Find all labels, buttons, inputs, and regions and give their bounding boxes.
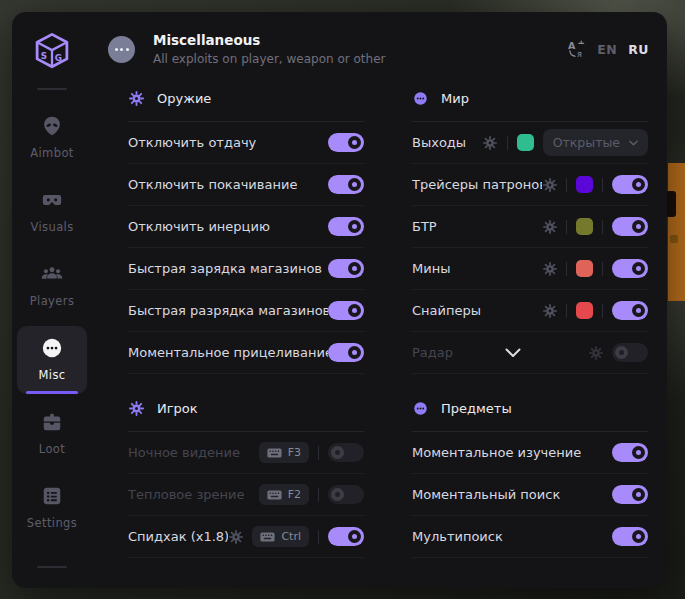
- left-column: ОружиеОтключить отдачуОтключить покачива…: [128, 70, 364, 558]
- section-title: Оружие: [157, 91, 211, 106]
- hotkey-label: Ctrl: [281, 530, 301, 543]
- color-swatch[interactable]: [576, 176, 593, 193]
- control-divider: [566, 304, 567, 318]
- toggle-switch-on[interactable]: [328, 527, 364, 546]
- section-header: Игрок: [128, 374, 364, 431]
- toggle-switch-off[interactable]: [612, 343, 648, 362]
- translate-icon[interactable]: A я: [567, 40, 586, 59]
- svg-text:G: G: [55, 53, 62, 63]
- feature-label: Моментальный поиск: [412, 487, 560, 502]
- page-header: Miscellaneous All exploits on player, we…: [92, 12, 667, 66]
- control-divider: [318, 488, 319, 502]
- alien-icon: [41, 115, 63, 137]
- row-controls: [612, 527, 648, 546]
- select-dropdown[interactable]: Открытые: [543, 129, 648, 156]
- feature-row: Моментальное прицеливание: [128, 332, 364, 374]
- svg-text:я: я: [577, 50, 582, 59]
- feature-row: Отключить инерцию: [128, 206, 364, 248]
- sidebar-item-loot[interactable]: Loot: [17, 400, 87, 468]
- hotkey-label: F2: [288, 488, 301, 501]
- toggle-switch-on[interactable]: [328, 133, 364, 152]
- dots-circle-icon: [108, 36, 135, 63]
- section-header: Предметы: [412, 374, 648, 431]
- hotkey-badge[interactable]: F3: [259, 442, 309, 463]
- feature-label: Отключить инерцию: [128, 219, 270, 234]
- control-divider: [602, 220, 603, 234]
- section-weapon: ОружиеОтключить отдачуОтключить покачива…: [128, 70, 364, 374]
- toggle-knob: [632, 446, 645, 459]
- toggle-switch-on[interactable]: [328, 217, 364, 236]
- gear-icon[interactable]: [542, 303, 557, 318]
- row-controls: [612, 443, 648, 462]
- toggle-switch-on[interactable]: [612, 217, 648, 236]
- control-divider: [566, 220, 567, 234]
- toggle-switch-on[interactable]: [612, 175, 648, 194]
- hotkey-badge[interactable]: Ctrl: [252, 526, 309, 547]
- color-swatch[interactable]: [517, 134, 534, 151]
- feature-label: Быстрая разрядка магазинов: [128, 303, 328, 318]
- feature-row: Радар: [412, 332, 648, 374]
- sidebar-divider: [37, 566, 67, 568]
- toggle-switch-off[interactable]: [328, 443, 364, 462]
- toggle-switch-on[interactable]: [612, 259, 648, 278]
- toggle-switch-on[interactable]: [328, 301, 364, 320]
- row-controls: Ctrl: [228, 526, 364, 547]
- hotkey-badge[interactable]: F2: [259, 484, 309, 505]
- feature-label: Быстрая зарядка магазинов: [128, 261, 322, 276]
- feature-label: Моментальное прицеливание: [128, 345, 328, 360]
- lang-en-button[interactable]: EN: [597, 42, 617, 57]
- gear-icon[interactable]: [483, 135, 498, 150]
- color-swatch[interactable]: [576, 218, 593, 235]
- feature-label: Ночное видение: [128, 445, 240, 460]
- gear-icon[interactable]: [588, 345, 603, 360]
- toggle-switch-on[interactable]: [612, 527, 648, 546]
- chevron-down-icon[interactable]: [505, 348, 521, 358]
- toggle-switch-on[interactable]: [612, 443, 648, 462]
- dots-circle-icon: [412, 400, 428, 416]
- feature-row: Мины: [412, 248, 648, 290]
- gear-icon[interactable]: [542, 177, 557, 192]
- toggle-switch-off[interactable]: [328, 485, 364, 504]
- toggle-switch-on[interactable]: [328, 343, 364, 362]
- lang-ru-button[interactable]: RU: [628, 42, 649, 57]
- feature-row: Спидхак (x1.8)Ctrl: [128, 516, 364, 558]
- color-swatch[interactable]: [576, 260, 593, 277]
- feature-row: Мультипоиск: [412, 516, 648, 558]
- toggle-switch-on[interactable]: [612, 301, 648, 320]
- section-title: Предметы: [441, 401, 512, 416]
- toggle-knob: [331, 446, 344, 459]
- sidebar-item-misc[interactable]: Misc: [17, 326, 87, 394]
- dropdown-value: Открытые: [553, 135, 620, 150]
- control-divider: [602, 304, 603, 318]
- toggle-knob: [348, 530, 361, 543]
- section-items: ПредметыМоментальное изучениеМоментальны…: [412, 374, 648, 558]
- feature-row: Быстрая зарядка магазинов: [128, 248, 364, 290]
- color-swatch[interactable]: [576, 302, 593, 319]
- toggle-knob: [331, 488, 344, 501]
- row-controls: [328, 217, 364, 236]
- gear-icon[interactable]: [228, 529, 243, 544]
- toggle-switch-on[interactable]: [328, 259, 364, 278]
- sidebar-item-label: Misc: [38, 368, 65, 382]
- hotkey-label: F3: [288, 446, 301, 459]
- toggle-switch-on[interactable]: [612, 485, 648, 504]
- feature-label: Отключить покачивание: [128, 177, 297, 192]
- feature-row: Моментальное изучение: [412, 432, 648, 474]
- feature-label: Мины: [412, 261, 450, 276]
- gear-icon[interactable]: [542, 219, 557, 234]
- toggle-switch-on[interactable]: [328, 175, 364, 194]
- row-controls: F3: [259, 442, 364, 463]
- sidebar-item-visuals[interactable]: Visuals: [17, 178, 87, 246]
- row-controls: [542, 301, 648, 320]
- gear-icon[interactable]: [542, 261, 557, 276]
- sidebar-item-settings[interactable]: Settings: [17, 474, 87, 542]
- control-divider: [318, 446, 319, 460]
- toggle-knob: [348, 220, 361, 233]
- sidebar-item-aimbot[interactable]: Aimbot: [17, 104, 87, 172]
- feature-label: Выходы: [412, 135, 466, 150]
- toggle-knob: [615, 346, 628, 359]
- control-divider: [602, 178, 603, 192]
- sidebar-item-players[interactable]: Players: [17, 252, 87, 320]
- svg-text:S: S: [41, 51, 47, 61]
- dots-circle-icon: [412, 90, 428, 106]
